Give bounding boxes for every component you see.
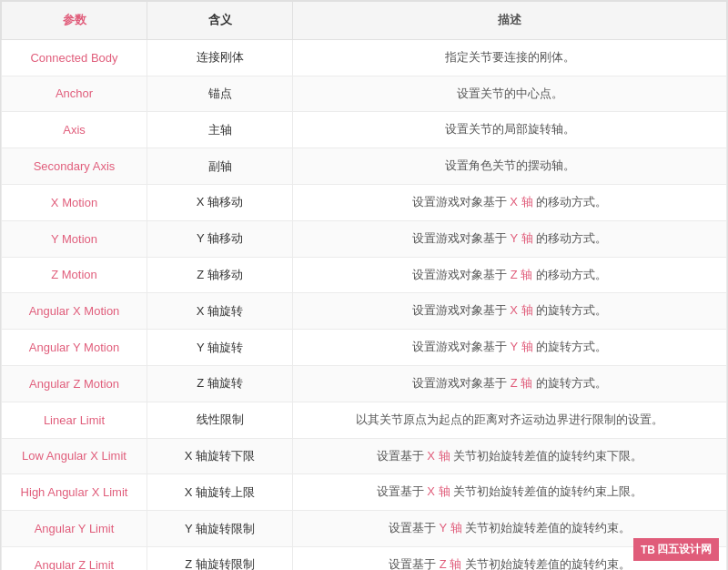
param-cell: Axis [2, 112, 147, 148]
header-meaning: 含义 [147, 2, 293, 40]
table-row: Linear Limit线性限制以其关节原点为起点的距离对齐运动边界进行限制的设… [2, 402, 727, 438]
meaning-cell: Y 轴旋转限制 [147, 511, 293, 547]
highlight-text: X 轴 [510, 195, 532, 209]
desc-cell: 设置游戏对象基于 Y 轴 的旋转方式。 [293, 330, 727, 366]
desc-cell: 指定关节要连接的刚体。 [293, 39, 727, 76]
table-row: Angular Z MotionZ 轴旋转设置游戏对象基于 Z 轴 的旋转方式。 [2, 365, 727, 402]
param-cell: X Motion [2, 184, 147, 220]
header-param: 参数 [2, 2, 147, 40]
table-header-row: 参数 含义 描述 [2, 2, 727, 40]
table-row: Angular Y LimitY 轴旋转限制设置基于 Y 轴 关节初始旋转差值的… [2, 511, 727, 547]
table-row: Connected Body连接刚体指定关节要连接的刚体。 [2, 39, 727, 76]
table-row: Z MotionZ 轴移动设置游戏对象基于 Z 轴 的移动方式。 [2, 257, 727, 293]
table-row: Low Angular X LimitX 轴旋转下限设置基于 X 轴 关节初始旋… [2, 438, 727, 474]
meaning-cell: 主轴 [147, 112, 293, 148]
highlight-text: Y 轴 [439, 521, 461, 534]
meaning-cell: 副轴 [147, 148, 293, 185]
desc-cell: 设置游戏对象基于 Z 轴 的移动方式。 [293, 257, 727, 293]
meaning-cell: X 轴旋转上限 [147, 474, 293, 511]
watermark-site: 四五设计网 [657, 542, 712, 557]
meaning-cell: Y 轴移动 [147, 220, 293, 257]
meaning-cell: Z 轴旋转限制 [147, 546, 293, 570]
param-cell: Anchor [2, 76, 147, 112]
desc-cell: 设置游戏对象基于 X 轴 的移动方式。 [293, 184, 727, 220]
meaning-cell: X 轴旋转下限 [147, 438, 293, 474]
watermark: TB 四五设计网 [633, 538, 719, 561]
highlight-text: Y 轴 [510, 231, 532, 245]
params-table: 参数 含义 描述 Connected Body连接刚体指定关节要连接的刚体。An… [1, 1, 727, 570]
table-row: Axis主轴设置关节的局部旋转轴。 [2, 112, 727, 148]
meaning-cell: Z 轴旋转 [147, 365, 293, 402]
param-cell: High Angular X Limit [2, 474, 147, 511]
table-row: X MotionX 轴移动设置游戏对象基于 X 轴 的移动方式。 [2, 184, 727, 220]
desc-cell: 设置基于 X 轴 关节初始旋转差值的旋转约束下限。 [293, 438, 727, 474]
desc-cell: 设置基于 X 轴 关节初始旋转差值的旋转约束上限。 [293, 474, 727, 511]
highlight-text: Y 轴 [510, 340, 532, 353]
meaning-cell: 连接刚体 [147, 39, 293, 76]
desc-cell: 设置关节的局部旋转轴。 [293, 112, 727, 148]
highlight-text: Z 轴 [440, 557, 462, 570]
header-desc: 描述 [293, 2, 727, 40]
desc-cell: 以其关节原点为起点的距离对齐运动边界进行限制的设置。 [293, 402, 727, 438]
meaning-cell: X 轴旋转 [147, 293, 293, 330]
highlight-text: X 轴 [510, 303, 532, 317]
table-row: High Angular X LimitX 轴旋转上限设置基于 X 轴 关节初始… [2, 474, 727, 511]
main-table-container: 参数 含义 描述 Connected Body连接刚体指定关节要连接的刚体。An… [0, 0, 728, 570]
param-cell: Secondary Axis [2, 148, 147, 185]
highlight-text: Z 轴 [511, 376, 533, 390]
table-body: Connected Body连接刚体指定关节要连接的刚体。Anchor锚点设置关… [2, 39, 727, 570]
param-cell: Connected Body [2, 39, 147, 76]
param-cell: Low Angular X Limit [2, 438, 147, 474]
table-row: Secondary Axis副轴设置角色关节的摆动轴。 [2, 148, 727, 185]
desc-cell: 设置游戏对象基于 X 轴 的旋转方式。 [293, 293, 727, 330]
meaning-cell: X 轴移动 [147, 184, 293, 220]
table-row: Angular Z LimitZ 轴旋转限制设置基于 Z 轴 关节初始旋转差值的… [2, 546, 727, 570]
param-cell: Angular Y Motion [2, 330, 147, 366]
param-cell: Y Motion [2, 220, 147, 257]
param-cell: Linear Limit [2, 402, 147, 438]
table-row: Anchor锚点设置关节的中心点。 [2, 76, 727, 112]
param-cell: Angular Z Limit [2, 546, 147, 570]
desc-cell: 设置游戏对象基于 Y 轴 的移动方式。 [293, 220, 727, 257]
table-row: Y MotionY 轴移动设置游戏对象基于 Y 轴 的移动方式。 [2, 220, 727, 257]
meaning-cell: Y 轴旋转 [147, 330, 293, 366]
desc-cell: 设置游戏对象基于 Z 轴 的旋转方式。 [293, 365, 727, 402]
table-row: Angular Y MotionY 轴旋转设置游戏对象基于 Y 轴 的旋转方式。 [2, 330, 727, 366]
table-row: Angular X MotionX 轴旋转设置游戏对象基于 X 轴 的旋转方式。 [2, 293, 727, 330]
meaning-cell: 锚点 [147, 76, 293, 112]
watermark-logo: TB [641, 544, 655, 556]
meaning-cell: 线性限制 [147, 402, 293, 438]
param-cell: Z Motion [2, 257, 147, 293]
param-cell: Angular Z Motion [2, 365, 147, 402]
desc-cell: 设置关节的中心点。 [293, 76, 727, 112]
meaning-cell: Z 轴移动 [147, 257, 293, 293]
param-cell: Angular X Motion [2, 293, 147, 330]
highlight-text: Z 轴 [511, 268, 533, 281]
desc-cell: 设置角色关节的摆动轴。 [293, 148, 727, 185]
highlight-text: X 轴 [427, 484, 450, 498]
highlight-text: X 轴 [427, 449, 450, 463]
param-cell: Angular Y Limit [2, 511, 147, 547]
